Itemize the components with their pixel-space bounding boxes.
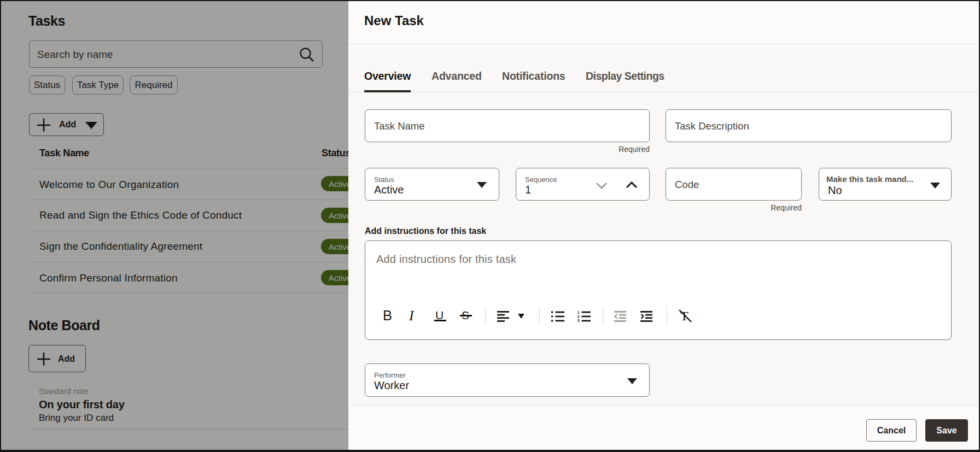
svg-text:3: 3 (578, 319, 580, 322)
svg-text:1: 1 (578, 311, 580, 314)
svg-text:2: 2 (578, 315, 580, 319)
